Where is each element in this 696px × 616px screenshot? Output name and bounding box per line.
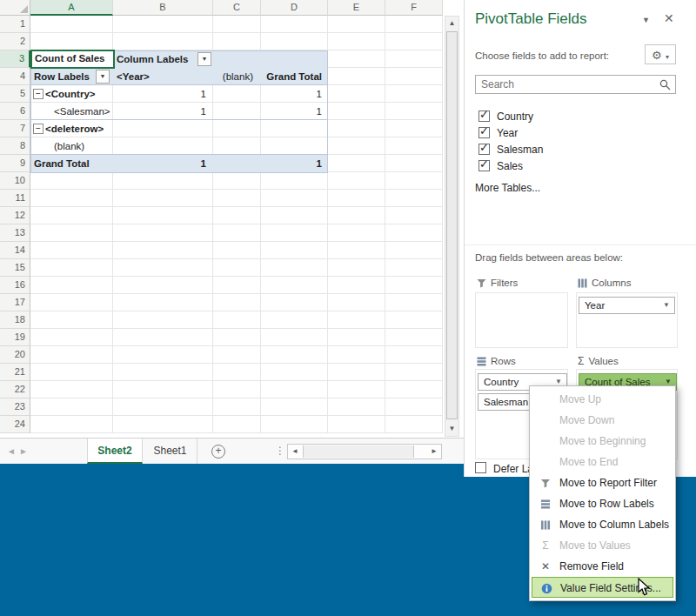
select-all-corner[interactable] xyxy=(0,0,30,16)
scroll-up-button[interactable]: ▲ xyxy=(445,17,458,30)
horizontal-scrollbar-thumb[interactable] xyxy=(303,445,414,458)
cell-value[interactable]: 1 xyxy=(261,103,326,120)
field-button-label: Country xyxy=(484,377,519,387)
row-header-2[interactable]: 2 xyxy=(0,33,30,50)
scroll-down-button[interactable]: ▼ xyxy=(445,422,458,436)
cell-column-labels[interactable]: Column Labels xyxy=(117,50,188,68)
field-item-country[interactable]: ✓ Country xyxy=(478,110,674,124)
collapse-button[interactable]: − xyxy=(33,89,44,99)
defer-layout-checkbox[interactable] xyxy=(475,462,486,473)
columns-area-well[interactable]: Year ▼ xyxy=(576,292,678,348)
row-header-17[interactable]: 17 xyxy=(0,294,30,311)
menu-item-remove-field[interactable]: ✕ Remove Field xyxy=(530,556,675,577)
cell-value[interactable]: 1 xyxy=(261,155,326,172)
row-header-11[interactable]: 11 xyxy=(0,190,30,207)
cell-row-label[interactable]: (blank) xyxy=(54,137,84,155)
row-header-10[interactable]: 10 xyxy=(0,172,30,190)
row-header-9[interactable]: 9 xyxy=(0,155,30,172)
cell-row-labels[interactable]: Row Labels xyxy=(34,68,90,85)
cell-row-label[interactable]: <Salesman> xyxy=(54,103,110,120)
field-item-sales[interactable]: ✓ Sales xyxy=(478,159,674,174)
pane-close-icon[interactable]: ✕ xyxy=(664,11,674,25)
row-header-13[interactable]: 13 xyxy=(0,224,30,242)
row-header-22[interactable]: 22 xyxy=(0,381,30,398)
search-input[interactable] xyxy=(476,76,654,93)
column-labels-filter-button[interactable]: ▼ xyxy=(197,52,211,66)
select-all-triangle-icon xyxy=(20,5,28,13)
tools-button[interactable]: ⚙ ▾ xyxy=(645,44,676,64)
values-label: Values xyxy=(588,356,618,366)
row-header-23[interactable]: 23 xyxy=(0,398,30,416)
checkbox-country[interactable]: ✓ xyxy=(478,110,490,122)
row-header-14[interactable]: 14 xyxy=(0,242,30,259)
column-header-d[interactable]: D xyxy=(261,0,328,16)
field-item-year[interactable]: ✓ Year xyxy=(478,126,674,141)
row-header-3[interactable]: 3 xyxy=(0,50,30,68)
spreadsheet-grid: A B C D E F 1 2 3 4 5 6 7 8 9 10 11 12 1… xyxy=(0,0,464,464)
field-item-salesman[interactable]: ✓ Salesman xyxy=(478,143,674,157)
row-header-4[interactable]: 4 xyxy=(0,68,30,85)
cell-value[interactable]: 1 xyxy=(261,85,326,103)
row-header-21[interactable]: 21 xyxy=(0,364,30,381)
choose-fields-label: Choose fields to add to report: xyxy=(475,50,609,61)
row-header-7[interactable]: 7 xyxy=(0,120,30,137)
pane-options-dropdown-icon[interactable]: ▼ xyxy=(642,16,650,24)
menu-item-move-to-column-labels[interactable]: Move to Column Labels xyxy=(530,514,675,535)
row-header-24[interactable]: 24 xyxy=(0,416,30,433)
menu-item-value-field-settings[interactable]: Value Field Settings... xyxy=(532,577,673,598)
cell-blank-header[interactable]: (blank) xyxy=(214,68,258,85)
row-header-1[interactable]: 1 xyxy=(0,16,30,33)
vertical-scrollbar-thumb[interactable] xyxy=(446,31,458,419)
gridline-vertical xyxy=(385,16,385,433)
row-header-12[interactable]: 12 xyxy=(0,207,30,224)
tab-splitter-icon[interactable]: ⋮ xyxy=(275,439,285,464)
checkbox-year[interactable]: ✓ xyxy=(478,127,490,138)
menu-item-move-to-report-filter[interactable]: Move to Report Filter xyxy=(530,472,675,493)
tab-sheet1[interactable]: Sheet1 xyxy=(144,439,197,464)
field-button-label: Year xyxy=(585,300,605,311)
column-header-e[interactable]: E xyxy=(328,0,385,16)
row-header-18[interactable]: 18 xyxy=(0,311,30,329)
more-tables-link[interactable]: More Tables... xyxy=(475,182,540,194)
scroll-left-button[interactable]: ◄ xyxy=(291,445,298,459)
cell-grand-total-row[interactable]: Grand Total xyxy=(34,155,90,172)
cell-value[interactable]: 1 xyxy=(113,155,211,172)
row-header-8[interactable]: 8 xyxy=(0,137,30,155)
column-header-c[interactable]: C xyxy=(213,0,261,16)
cell-value[interactable]: 1 xyxy=(113,85,211,103)
check-icon: ✓ xyxy=(479,157,489,171)
info-icon xyxy=(539,578,554,599)
cell-row-label[interactable]: <deleterow> xyxy=(45,120,104,137)
cell-year-header[interactable]: <Year> xyxy=(117,68,150,85)
row-header-6[interactable]: 6 xyxy=(0,103,30,120)
row-header-5[interactable]: 5 xyxy=(0,85,30,103)
column-header-a[interactable]: A xyxy=(30,0,113,16)
row-labels-filter-button[interactable]: ▼ xyxy=(96,70,110,84)
tab-nav-right-icon[interactable]: ► xyxy=(19,439,28,464)
horizontal-scrollbar[interactable]: ◄ ► xyxy=(287,444,442,459)
checkbox-salesman[interactable]: ✓ xyxy=(478,144,490,155)
cell-grand-total-header[interactable]: Grand Total xyxy=(261,68,326,85)
row-header-20[interactable]: 20 xyxy=(0,346,30,364)
cell-value[interactable]: 1 xyxy=(113,103,211,120)
tab-nav-left-icon[interactable]: ◄ xyxy=(7,439,16,464)
vertical-scrollbar[interactable]: ▲ ▼ xyxy=(445,16,459,437)
columns-field-year[interactable]: Year ▼ xyxy=(579,297,675,314)
column-header-b[interactable]: B xyxy=(113,0,213,16)
new-sheet-button[interactable]: + xyxy=(211,445,225,459)
filters-area-well[interactable] xyxy=(475,292,568,348)
column-header-f[interactable]: F xyxy=(385,0,443,16)
scroll-right-button[interactable]: ► xyxy=(431,445,438,459)
minus-icon: − xyxy=(36,124,41,133)
row-header-15[interactable]: 15 xyxy=(0,259,30,277)
row-header-19[interactable]: 19 xyxy=(0,329,30,346)
gear-icon: ⚙ xyxy=(652,49,662,62)
active-cell-a3[interactable]: Count of Sales xyxy=(30,50,115,69)
cell-row-label[interactable]: <Country> xyxy=(45,85,96,103)
collapse-button[interactable]: − xyxy=(33,124,44,134)
rows-label: Rows xyxy=(491,356,516,366)
menu-item-move-to-row-labels[interactable]: Move to Row Labels xyxy=(530,493,675,514)
tab-sheet2[interactable]: Sheet2 xyxy=(87,439,143,464)
row-header-16[interactable]: 16 xyxy=(0,277,30,294)
checkbox-sales[interactable]: ✓ xyxy=(478,160,490,171)
